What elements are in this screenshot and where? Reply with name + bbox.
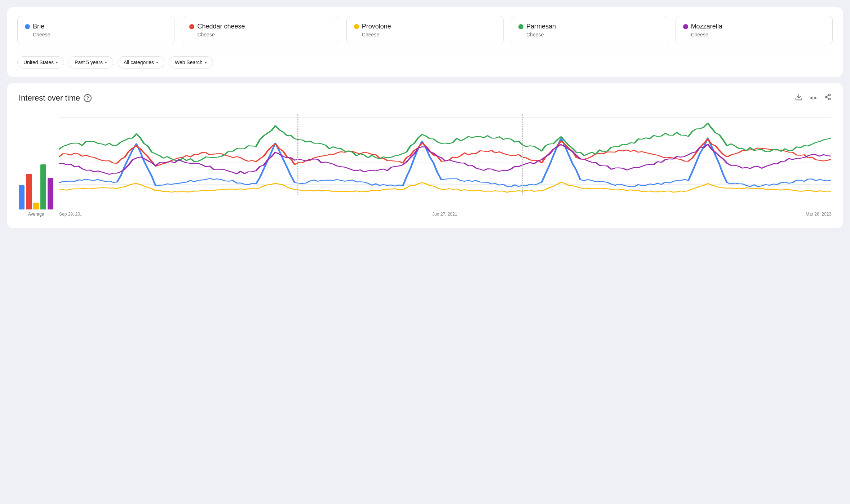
term-name-parmesan: Parmesan (518, 23, 660, 30)
chart-card: Interest over time ? <> Average (7, 83, 843, 228)
x-axis-labels: Sep 29, 20... Jun 27, 2021 Mar 26, 2023 (59, 209, 831, 217)
term-name-brie: Brie (25, 23, 167, 30)
term-dot-parmesan (518, 24, 523, 29)
avg-bar-2 (33, 203, 39, 209)
term-name-mozzarella: Mozzarella (683, 23, 825, 30)
search-type-filter[interactable]: Web Search ▾ (169, 56, 213, 68)
svg-line-4 (827, 97, 829, 98)
search-type-label: Web Search (175, 59, 203, 65)
line-chart-svg: 100 75 50 25 (59, 114, 831, 208)
search-terms-container: Brie Cheese Cheddar cheese Cheese Provol… (17, 16, 833, 44)
avg-bar-1 (26, 174, 32, 209)
category-label: All categories (124, 59, 154, 65)
chart-header: Interest over time ? <> (19, 93, 831, 103)
bars-container (19, 152, 53, 209)
search-type-chevron: ▾ (205, 60, 207, 65)
bar-chart-area: Average (19, 152, 53, 217)
top-card: Brie Cheese Cheddar cheese Cheese Provol… (7, 7, 843, 77)
filters-row: United States ▾ Past 5 years ▾ All categ… (17, 53, 833, 68)
term-category-provolone: Cheese (362, 32, 496, 37)
term-category-cheddar: Cheese (197, 32, 331, 37)
region-filter[interactable]: United States ▾ (17, 56, 64, 68)
chart-title: Interest over time (19, 93, 80, 103)
download-icon[interactable] (795, 93, 803, 103)
term-category-brie: Cheese (33, 32, 167, 37)
term-dot-provolone (354, 24, 359, 29)
category-chevron: ▾ (156, 60, 158, 65)
term-item-provolone[interactable]: Provolone Cheese (346, 16, 504, 44)
line-chart-wrapper: 100 75 50 25 Sep 29, 20... Jun 27, 2021 … (59, 114, 831, 217)
term-dot-mozzarella (683, 24, 688, 29)
avg-bar-3 (40, 164, 46, 209)
term-item-brie[interactable]: Brie Cheese (17, 16, 174, 44)
x-label-1: Jun 27, 2021 (432, 212, 457, 217)
chart-area: Average 100 75 50 25 Sep 29, 20... Jun 2 (19, 114, 831, 217)
share-icon[interactable] (824, 93, 831, 102)
chart-title-area: Interest over time ? (19, 93, 92, 103)
svg-line-5 (827, 95, 829, 96)
period-chevron: ▾ (105, 60, 107, 65)
avg-bar-4 (48, 178, 53, 209)
term-item-mozzarella[interactable]: Mozzarella Cheese (676, 16, 833, 44)
period-label: Past 5 years (75, 59, 103, 65)
period-filter[interactable]: Past 5 years ▾ (68, 56, 113, 68)
term-dot-cheddar (189, 24, 194, 29)
term-name-provolone: Provolone (354, 23, 496, 30)
term-name-cheddar: Cheddar cheese (189, 23, 331, 30)
term-category-parmesan: Cheese (526, 32, 660, 37)
x-label-2: Mar 26, 2023 (806, 212, 831, 217)
avg-bar-0 (19, 185, 25, 209)
avg-label: Average (28, 212, 44, 217)
category-filter[interactable]: All categories ▾ (118, 56, 164, 68)
chart-actions: <> (795, 93, 831, 103)
embed-icon[interactable]: <> (810, 94, 817, 101)
help-icon[interactable]: ? (84, 94, 92, 102)
region-label: United States (23, 59, 54, 65)
region-chevron: ▾ (56, 60, 58, 65)
term-item-cheddar[interactable]: Cheddar cheese Cheese (182, 16, 339, 44)
term-category-mozzarella: Cheese (691, 32, 825, 37)
term-item-parmesan[interactable]: Parmesan Cheese (511, 16, 668, 44)
term-dot-brie (25, 24, 30, 29)
x-label-0: Sep 29, 20... (59, 212, 84, 217)
